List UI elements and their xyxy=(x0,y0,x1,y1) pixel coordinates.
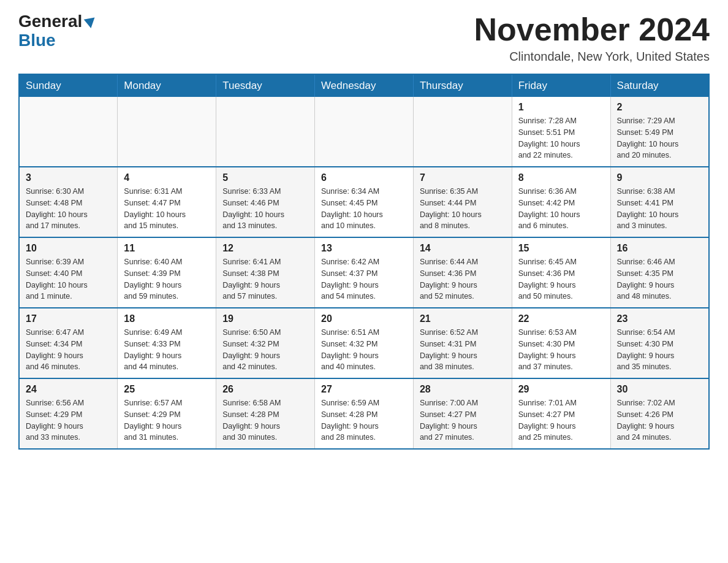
calendar-day-cell: 13Sunrise: 6:42 AM Sunset: 4:37 PM Dayli… xyxy=(315,237,414,308)
calendar-day-cell: 28Sunrise: 7:00 AM Sunset: 4:27 PM Dayli… xyxy=(413,378,512,449)
calendar-day-cell: 25Sunrise: 6:57 AM Sunset: 4:29 PM Dayli… xyxy=(118,378,216,449)
header-monday: Monday xyxy=(118,74,216,97)
day-number: 17 xyxy=(26,313,111,324)
day-number: 16 xyxy=(617,243,702,254)
calendar-day-cell: 15Sunrise: 6:45 AM Sunset: 4:36 PM Dayli… xyxy=(512,237,610,308)
day-number: 27 xyxy=(321,384,407,395)
header-saturday: Saturday xyxy=(610,74,709,97)
calendar-day-cell: 26Sunrise: 6:58 AM Sunset: 4:28 PM Dayli… xyxy=(216,378,315,449)
calendar-day-cell: 8Sunrise: 6:36 AM Sunset: 4:42 PM Daylig… xyxy=(512,167,610,237)
day-number: 10 xyxy=(26,243,111,254)
page-header: General Blue November 2024 Clintondale, … xyxy=(18,12,710,64)
calendar-day-cell: 3Sunrise: 6:30 AM Sunset: 4:48 PM Daylig… xyxy=(19,167,118,237)
calendar-day-cell: 29Sunrise: 7:01 AM Sunset: 4:27 PM Dayli… xyxy=(512,378,610,449)
day-info: Sunrise: 7:28 AM Sunset: 5:51 PM Dayligh… xyxy=(518,115,604,161)
header-thursday: Thursday xyxy=(413,74,512,97)
calendar-day-cell: 12Sunrise: 6:41 AM Sunset: 4:38 PM Dayli… xyxy=(216,237,315,308)
calendar-week-row: 3Sunrise: 6:30 AM Sunset: 4:48 PM Daylig… xyxy=(19,167,709,237)
day-info: Sunrise: 6:52 AM Sunset: 4:31 PM Dayligh… xyxy=(420,327,506,373)
day-info: Sunrise: 6:38 AM Sunset: 4:41 PM Dayligh… xyxy=(617,186,702,232)
day-info: Sunrise: 6:34 AM Sunset: 4:45 PM Dayligh… xyxy=(321,186,407,232)
day-info: Sunrise: 6:58 AM Sunset: 4:28 PM Dayligh… xyxy=(222,397,308,443)
day-number: 26 xyxy=(222,384,308,395)
month-title: November 2024 xyxy=(474,12,710,47)
calendar-day-cell: 30Sunrise: 7:02 AM Sunset: 4:26 PM Dayli… xyxy=(610,378,709,449)
day-info: Sunrise: 6:47 AM Sunset: 4:34 PM Dayligh… xyxy=(26,327,111,373)
day-number: 25 xyxy=(124,384,210,395)
day-info: Sunrise: 6:46 AM Sunset: 4:35 PM Dayligh… xyxy=(617,256,702,302)
day-number: 28 xyxy=(420,384,506,395)
day-number: 2 xyxy=(617,102,702,113)
calendar-day-cell: 24Sunrise: 6:56 AM Sunset: 4:29 PM Dayli… xyxy=(19,378,118,449)
calendar-day-cell: 2Sunrise: 7:29 AM Sunset: 5:49 PM Daylig… xyxy=(610,97,709,167)
calendar-day-cell xyxy=(315,97,414,167)
day-info: Sunrise: 6:33 AM Sunset: 4:46 PM Dayligh… xyxy=(222,186,308,232)
calendar-day-cell: 7Sunrise: 6:35 AM Sunset: 4:44 PM Daylig… xyxy=(413,167,512,237)
day-info: Sunrise: 6:39 AM Sunset: 4:40 PM Dayligh… xyxy=(26,256,111,302)
day-number: 14 xyxy=(420,243,506,254)
day-number: 24 xyxy=(26,384,111,395)
calendar-week-row: 17Sunrise: 6:47 AM Sunset: 4:34 PM Dayli… xyxy=(19,308,709,378)
title-block: November 2024 Clintondale, New York, Uni… xyxy=(474,12,710,64)
calendar-day-cell: 22Sunrise: 6:53 AM Sunset: 4:30 PM Dayli… xyxy=(512,308,610,378)
day-number: 12 xyxy=(222,243,308,254)
day-number: 15 xyxy=(518,243,604,254)
day-number: 21 xyxy=(420,313,506,324)
day-info: Sunrise: 6:56 AM Sunset: 4:29 PM Dayligh… xyxy=(26,397,111,443)
calendar-day-cell: 20Sunrise: 6:51 AM Sunset: 4:32 PM Dayli… xyxy=(315,308,414,378)
calendar-week-row: 24Sunrise: 6:56 AM Sunset: 4:29 PM Dayli… xyxy=(19,378,709,449)
day-number: 20 xyxy=(321,313,407,324)
day-info: Sunrise: 6:59 AM Sunset: 4:28 PM Dayligh… xyxy=(321,397,407,443)
day-info: Sunrise: 6:54 AM Sunset: 4:30 PM Dayligh… xyxy=(617,327,702,373)
calendar-day-cell: 19Sunrise: 6:50 AM Sunset: 4:32 PM Dayli… xyxy=(216,308,315,378)
day-info: Sunrise: 6:41 AM Sunset: 4:38 PM Dayligh… xyxy=(222,256,308,302)
day-info: Sunrise: 6:45 AM Sunset: 4:36 PM Dayligh… xyxy=(518,256,604,302)
header-wednesday: Wednesday xyxy=(315,74,414,97)
calendar-week-row: 1Sunrise: 7:28 AM Sunset: 5:51 PM Daylig… xyxy=(19,97,709,167)
logo-triangle-icon xyxy=(84,18,97,29)
calendar-week-row: 10Sunrise: 6:39 AM Sunset: 4:40 PM Dayli… xyxy=(19,237,709,308)
calendar-day-cell: 17Sunrise: 6:47 AM Sunset: 4:34 PM Dayli… xyxy=(19,308,118,378)
day-info: Sunrise: 6:31 AM Sunset: 4:47 PM Dayligh… xyxy=(124,186,210,232)
day-info: Sunrise: 6:49 AM Sunset: 4:33 PM Dayligh… xyxy=(124,327,210,373)
day-number: 9 xyxy=(617,172,702,183)
day-number: 5 xyxy=(222,172,308,183)
day-number: 22 xyxy=(518,313,604,324)
day-number: 4 xyxy=(124,172,210,183)
calendar-day-cell: 23Sunrise: 6:54 AM Sunset: 4:30 PM Dayli… xyxy=(610,308,709,378)
calendar-day-cell xyxy=(118,97,216,167)
calendar-day-cell: 16Sunrise: 6:46 AM Sunset: 4:35 PM Dayli… xyxy=(610,237,709,308)
calendar-day-cell: 14Sunrise: 6:44 AM Sunset: 4:36 PM Dayli… xyxy=(413,237,512,308)
calendar-day-cell: 10Sunrise: 6:39 AM Sunset: 4:40 PM Dayli… xyxy=(19,237,118,308)
day-info: Sunrise: 6:35 AM Sunset: 4:44 PM Dayligh… xyxy=(420,186,506,232)
calendar-day-cell xyxy=(19,97,118,167)
logo-blue-text: Blue xyxy=(18,31,56,50)
calendar-day-cell xyxy=(413,97,512,167)
day-number: 23 xyxy=(617,313,702,324)
day-info: Sunrise: 6:36 AM Sunset: 4:42 PM Dayligh… xyxy=(518,186,604,232)
day-number: 7 xyxy=(420,172,506,183)
header-tuesday: Tuesday xyxy=(216,74,315,97)
day-number: 11 xyxy=(124,243,210,254)
header-friday: Friday xyxy=(512,74,610,97)
calendar-day-cell: 1Sunrise: 7:28 AM Sunset: 5:51 PM Daylig… xyxy=(512,97,610,167)
day-info: Sunrise: 7:00 AM Sunset: 4:27 PM Dayligh… xyxy=(420,397,506,443)
day-info: Sunrise: 7:02 AM Sunset: 4:26 PM Dayligh… xyxy=(617,397,702,443)
calendar-day-cell: 4Sunrise: 6:31 AM Sunset: 4:47 PM Daylig… xyxy=(118,167,216,237)
logo: General Blue xyxy=(18,12,96,50)
day-info: Sunrise: 6:53 AM Sunset: 4:30 PM Dayligh… xyxy=(518,327,604,373)
calendar-day-cell: 6Sunrise: 6:34 AM Sunset: 4:45 PM Daylig… xyxy=(315,167,414,237)
day-info: Sunrise: 6:40 AM Sunset: 4:39 PM Dayligh… xyxy=(124,256,210,302)
header-sunday: Sunday xyxy=(19,74,118,97)
day-info: Sunrise: 7:29 AM Sunset: 5:49 PM Dayligh… xyxy=(617,115,702,161)
calendar-day-cell: 21Sunrise: 6:52 AM Sunset: 4:31 PM Dayli… xyxy=(413,308,512,378)
day-number: 18 xyxy=(124,313,210,324)
day-info: Sunrise: 6:44 AM Sunset: 4:36 PM Dayligh… xyxy=(420,256,506,302)
logo-general-text: General xyxy=(18,12,96,31)
calendar-day-cell: 9Sunrise: 6:38 AM Sunset: 4:41 PM Daylig… xyxy=(610,167,709,237)
day-info: Sunrise: 6:42 AM Sunset: 4:37 PM Dayligh… xyxy=(321,256,407,302)
day-number: 8 xyxy=(518,172,604,183)
calendar-day-cell: 5Sunrise: 6:33 AM Sunset: 4:46 PM Daylig… xyxy=(216,167,315,237)
calendar-day-cell xyxy=(216,97,315,167)
day-info: Sunrise: 6:57 AM Sunset: 4:29 PM Dayligh… xyxy=(124,397,210,443)
